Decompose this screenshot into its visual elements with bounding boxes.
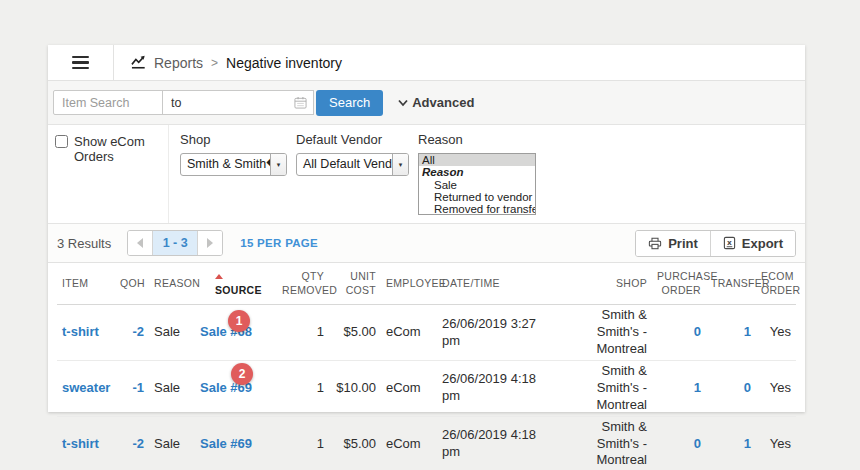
shop-select-value: Smith & Smith�...: [181, 154, 270, 175]
cell-transfer: 1: [706, 416, 756, 470]
column-header-purchase-order[interactable]: PURCHASE ORDER: [652, 263, 706, 305]
transfer-link[interactable]: 0: [744, 380, 751, 395]
arrow-right-icon: [207, 238, 213, 248]
shop-label: Shop: [180, 132, 287, 147]
hamburger-icon: [72, 56, 89, 69]
menu-button[interactable]: [48, 45, 114, 80]
search-row: Search Advanced: [48, 81, 805, 125]
filters-right-panel: Shop Smith & Smith�... ▾ Default Vendor …: [169, 125, 545, 223]
next-page-button[interactable]: [197, 231, 222, 255]
item-link[interactable]: t-shirt: [62, 324, 99, 339]
column-label: UNIT COST: [346, 270, 376, 296]
transfer-link[interactable]: 1: [744, 324, 751, 339]
advanced-toggle[interactable]: Advanced: [398, 95, 474, 110]
print-button[interactable]: Print: [636, 231, 710, 256]
export-label: Export: [742, 236, 783, 251]
purchase-order-link[interactable]: 1: [694, 380, 701, 395]
cell-qty-removed: 1: [277, 416, 329, 470]
search-button[interactable]: Search: [316, 90, 383, 116]
qoh-link[interactable]: -2: [132, 324, 144, 339]
results-count: 3 Results: [57, 236, 111, 251]
cell-datetime: 26/06/2019 4:18 pm: [437, 360, 552, 416]
report-card: Reports > Negative inventory Search: [48, 45, 805, 412]
print-label: Print: [668, 236, 698, 251]
column-header-source[interactable]: SOURCE: [195, 263, 277, 305]
cell-qty-removed: 1: [277, 305, 329, 361]
cell-qoh: -1: [115, 360, 149, 416]
show-ecom-checkbox[interactable]: [55, 135, 68, 148]
column-label: SHOP: [616, 277, 647, 289]
cell-reason: Sale: [149, 305, 195, 361]
cell-item: t-shirt: [57, 416, 115, 470]
show-ecom-label: Show eCom Orders: [74, 134, 168, 164]
column-header-qty-removed[interactable]: QTY REMOVED: [277, 263, 329, 305]
reason-option[interactable]: All: [419, 154, 535, 166]
cell-purchase-order: 0: [652, 416, 706, 470]
page-range: 1 - 3: [153, 231, 197, 255]
item-link[interactable]: t-shirt: [62, 436, 99, 451]
page-title: Negative inventory: [226, 55, 342, 71]
cell-ecom-order: Yes: [756, 416, 796, 470]
shop-select[interactable]: Smith & Smith�... ▾: [180, 153, 287, 176]
pagination: 1 - 3: [127, 230, 223, 256]
transfer-link[interactable]: 1: [744, 436, 751, 451]
per-page-link[interactable]: 15 PER PAGE: [240, 237, 318, 249]
column-label: SOURCE: [215, 284, 262, 296]
cell-datetime: 26/06/2019 3:27 pm: [437, 305, 552, 361]
cell-ecom-order: Yes: [756, 360, 796, 416]
reason-option[interactable]: Removed for transfer: [419, 203, 535, 215]
cell-employee: eCom: [381, 416, 437, 470]
date-range-input[interactable]: [162, 90, 314, 115]
purchase-order-link[interactable]: 0: [694, 436, 701, 451]
qoh-link[interactable]: -2: [132, 436, 144, 451]
default-vendor-select[interactable]: All Default Vendors ▾: [296, 153, 409, 176]
reason-label: Reason: [418, 132, 536, 147]
cell-ecom-order: Yes: [756, 305, 796, 361]
chart-line-icon: [131, 55, 146, 70]
reason-option[interactable]: Reason: [419, 166, 535, 178]
annotation-badge-1: 1: [228, 310, 250, 332]
table-row: t-shirt-2SaleSale #691$5.00eCom26/06/201…: [57, 416, 796, 470]
column-label: ITEM: [62, 277, 88, 289]
item-search-input[interactable]: [53, 90, 163, 115]
source-link[interactable]: Sale #69: [200, 436, 252, 451]
column-header-datetime[interactable]: DATE/TIME: [437, 263, 552, 305]
show-ecom-checkbox-row: Show eCom Orders: [55, 134, 168, 164]
cell-purchase-order: 0: [652, 305, 706, 361]
column-header-employee[interactable]: EMPLOYEE: [381, 263, 437, 305]
cell-item: t-shirt: [57, 305, 115, 361]
breadcrumb-reports[interactable]: Reports: [154, 55, 203, 71]
cell-item: sweater: [57, 360, 115, 416]
purchase-order-link[interactable]: 0: [694, 324, 701, 339]
cell-employee: eCom: [381, 360, 437, 416]
cell-shop: Smith & Smith's - Montreal: [552, 305, 652, 361]
column-label: DATE/TIME: [442, 277, 500, 289]
column-header-reason[interactable]: REASON: [149, 263, 195, 305]
qoh-link[interactable]: -1: [132, 380, 144, 395]
cell-source: Sale #69: [195, 416, 277, 470]
reason-option[interactable]: Returned to vendor: [419, 191, 535, 203]
default-vendor-label: Default Vendor: [296, 132, 409, 147]
column-label: EMPLOYEE: [386, 277, 446, 289]
reason-option[interactable]: Sale: [419, 179, 535, 191]
default-vendor-filter: Default Vendor All Default Vendors ▾: [296, 132, 409, 223]
cell-qoh: -2: [115, 305, 149, 361]
previous-page-button[interactable]: [128, 231, 153, 255]
cell-transfer: 1: [706, 305, 756, 361]
cell-transfer: 0: [706, 360, 756, 416]
reason-filter: Reason AllReasonSaleReturned to vendorRe…: [418, 132, 536, 223]
column-header-item[interactable]: ITEM: [57, 263, 115, 305]
cell-shop: Smith & Smith's - Montreal: [552, 416, 652, 470]
column-header-shop[interactable]: SHOP: [552, 263, 652, 305]
column-header-qoh[interactable]: QOH: [115, 263, 149, 305]
cell-qoh: -2: [115, 416, 149, 470]
table-body: t-shirt-2SaleSale #681$5.00eCom26/06/201…: [57, 305, 796, 470]
results-bar: 3 Results 1 - 3 15 PER PAGE Print: [48, 224, 805, 263]
table-row: t-shirt-2SaleSale #681$5.00eCom26/06/201…: [57, 305, 796, 361]
reason-listbox[interactable]: AllReasonSaleReturned to vendorRemoved f…: [418, 153, 536, 215]
column-header-ecom-order[interactable]: ECOM ORDER: [756, 263, 796, 305]
item-link[interactable]: sweater: [62, 380, 110, 395]
export-button[interactable]: x Export: [710, 231, 795, 256]
cell-unit-cost: $5.00: [329, 416, 381, 470]
filters-left-panel: Show eCom Orders: [48, 125, 169, 223]
